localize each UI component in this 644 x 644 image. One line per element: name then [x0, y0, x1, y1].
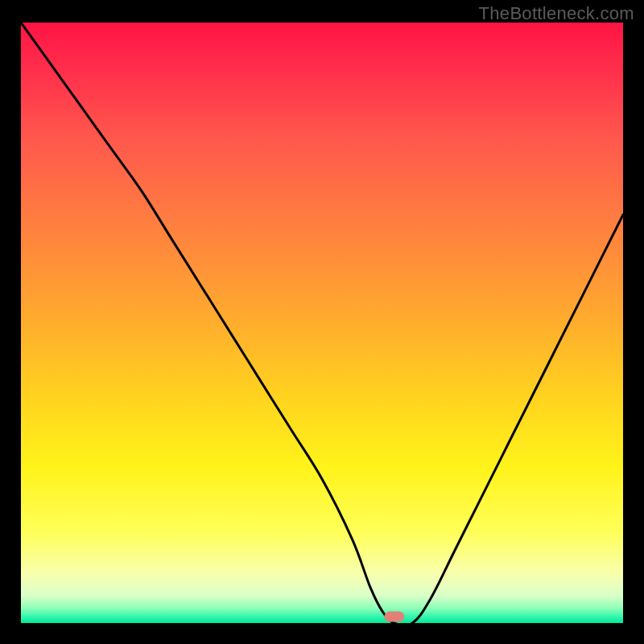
gradient-background: [21, 23, 623, 623]
plot-area: [21, 23, 623, 623]
chart-frame: TheBottleneck.com: [0, 0, 644, 644]
watermark-label: TheBottleneck.com: [479, 3, 634, 24]
chart-svg: [21, 23, 623, 623]
optimal-marker: [385, 612, 404, 621]
